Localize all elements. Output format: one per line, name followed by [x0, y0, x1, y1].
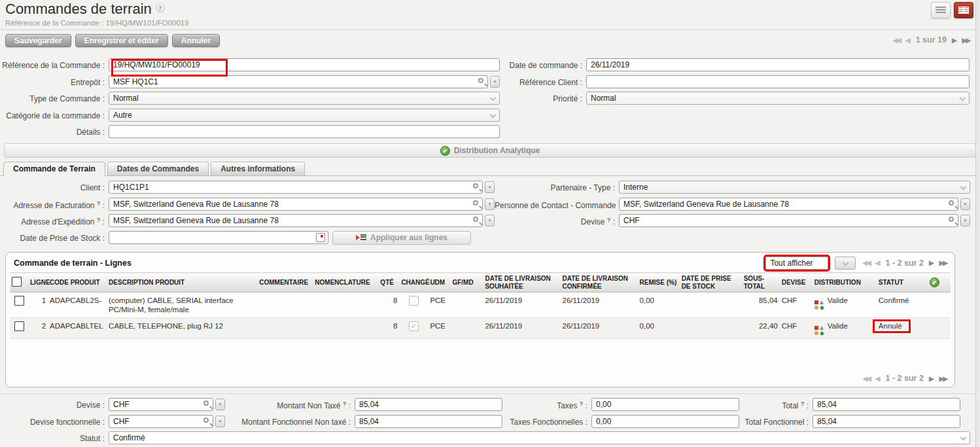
total-input[interactable]: [813, 398, 960, 411]
apply-to-lines-label: Appliquer aux lignes: [370, 233, 447, 242]
tab-order-dates[interactable]: Dates de Commandes: [107, 162, 209, 175]
search-icon[interactable]: [203, 401, 209, 406]
valid-check-icon: ✔: [930, 277, 939, 287]
func-currency-label: Devise fonctionnelle :: [0, 415, 109, 427]
stock-date-field: [109, 231, 328, 244]
analytic-distribution-button[interactable]: ✔ Distribution Analytique: [4, 143, 976, 158]
warehouse-input[interactable]: [109, 75, 488, 88]
search-icon[interactable]: [473, 183, 478, 188]
func-currency-dropdown-button[interactable]: ▼: [215, 416, 225, 427]
func-untaxed-input[interactable]: [355, 415, 502, 428]
cell-currency: CHF: [780, 317, 813, 338]
status-annotation-box: Annulé: [875, 321, 909, 331]
warehouse-dropdown-button[interactable]: ▼: [490, 76, 500, 88]
pager-next-icon[interactable]: ▶: [929, 375, 934, 382]
pager-next-icon[interactable]: ▶: [952, 37, 957, 44]
partner-type-select[interactable]: Interne: [619, 181, 970, 194]
untaxed-input[interactable]: [355, 398, 502, 411]
save-edit-button[interactable]: Enregistrer et éditer: [75, 34, 168, 47]
func-currency-input[interactable]: [109, 415, 213, 428]
calendar-icon[interactable]: [316, 233, 325, 242]
lines-pager-top: ◀◀ ◀ 1 - 2 sur 2 ▶ ▶▶: [862, 259, 947, 268]
invoice-address-input[interactable]: [109, 198, 483, 211]
pager-last-icon[interactable]: ▶▶: [939, 375, 947, 382]
pager-prev-icon[interactable]: ◀: [875, 375, 881, 382]
order-date-input[interactable]: [586, 58, 970, 71]
row-checkbox[interactable]: [14, 321, 24, 331]
pager-prev-icon[interactable]: ◀: [905, 37, 911, 44]
cell-comment: [257, 293, 313, 318]
pager-first-icon[interactable]: ◀◀: [862, 375, 869, 382]
details-input[interactable]: [109, 125, 500, 138]
taxes-input[interactable]: [591, 398, 739, 411]
col-date-confirmed: DATE DE LIVRAISON CONFIRMÉE: [561, 273, 638, 293]
search-icon[interactable]: [949, 217, 954, 222]
lines-filter-input[interactable]: [765, 257, 828, 270]
status-select[interactable]: Confirmé: [109, 431, 970, 444]
footer-currency-input[interactable]: [109, 398, 213, 411]
stock-date-input[interactable]: [109, 231, 328, 244]
col-status: STATUT: [877, 273, 928, 293]
lines-pager-bottom: ◀◀ ◀ 1 - 2 sur 2 ▶ ▶▶: [862, 374, 947, 383]
category-select[interactable]: Autre: [109, 109, 500, 122]
order-ref-label: Référence de la Commande :: [0, 58, 109, 70]
col-currency: DEVISE: [780, 273, 813, 293]
page-title: Commandes de terrain?: [5, 1, 165, 18]
currency-field: [619, 214, 958, 227]
select-all-checkbox[interactable]: [12, 277, 22, 287]
tab-other-info[interactable]: Autres informations: [211, 162, 305, 175]
func-total-input[interactable]: [813, 415, 960, 428]
page-title-text: Commandes de terrain: [5, 1, 152, 17]
lines-filter-dropdown-button[interactable]: [835, 257, 856, 270]
shipping-address-dropdown-button[interactable]: ▼: [485, 215, 495, 226]
pager-first-icon[interactable]: ◀◀: [862, 259, 869, 266]
contact-input[interactable]: [619, 198, 958, 211]
lines-header-row: LIGNE CODE PRODUIT DESCRIPTION PRODUIT C…: [10, 273, 951, 293]
cell-subtotal: 85,04: [742, 293, 780, 318]
tab-field-order[interactable]: Commande de Terrain: [3, 162, 105, 176]
search-icon[interactable]: [478, 78, 483, 83]
currency-input[interactable]: [619, 214, 958, 227]
client-dropdown-button[interactable]: ▼: [485, 181, 495, 193]
footer-currency-dropdown-button[interactable]: ▼: [215, 399, 225, 410]
pager-text: 1 sur 19: [916, 35, 947, 45]
shipping-address-field: [109, 214, 483, 227]
pager-last-icon[interactable]: ▶▶: [962, 37, 970, 44]
pager-last-icon[interactable]: ▶▶: [939, 259, 947, 266]
search-icon[interactable]: [949, 200, 954, 206]
notebook-tabs: Commande de Terrain Dates de Commandes A…: [0, 162, 980, 176]
cell-description: (computer) CABLE, SERIAL interface PC/Mi…: [107, 293, 257, 318]
apply-to-lines-button[interactable]: Appliquer aux lignes: [332, 231, 471, 245]
col-comment: COMMENTAIRE: [257, 273, 313, 293]
line-row-1[interactable]: 1 ADAPCABL2S- (computer) CABLE, SERIAL i…: [10, 293, 951, 318]
invoice-address-dropdown-button[interactable]: ▼: [485, 198, 495, 210]
pager-prev-icon[interactable]: ◀: [875, 259, 881, 266]
priority-select[interactable]: Normal: [586, 92, 970, 105]
cell-discount: 0,00: [638, 293, 680, 318]
contact-dropdown-button[interactable]: ▼: [960, 198, 970, 210]
client-input[interactable]: [109, 181, 483, 194]
col-uom: UDM: [428, 273, 450, 293]
line-row-2[interactable]: 2 ADAPCABLTEL CABLE, TELEPHONE, plug RJ …: [10, 317, 951, 338]
pager-first-icon[interactable]: ◀◀: [893, 37, 900, 44]
list-view-button[interactable]: [931, 2, 951, 18]
currency-dropdown-button[interactable]: ▼: [960, 215, 970, 226]
search-icon[interactable]: [473, 217, 478, 222]
order-ref-input[interactable]: [109, 58, 500, 71]
client-ref-input[interactable]: [586, 75, 970, 88]
cancel-button[interactable]: Annuler: [172, 34, 220, 47]
cell-qty: 8: [378, 293, 399, 318]
search-icon[interactable]: [203, 418, 209, 423]
save-button[interactable]: Sauvegarder: [5, 34, 71, 47]
func-taxes-input[interactable]: [591, 415, 739, 428]
row-checkbox[interactable]: [14, 296, 24, 306]
category-value: Autre: [113, 111, 132, 120]
field-order-form-page: Commandes de terrain? Référence de la Co…: [0, 0, 980, 447]
shipping-address-input[interactable]: [109, 214, 483, 227]
pager-next-icon[interactable]: ▶: [929, 259, 934, 266]
col-product-code: CODE PRODUIT: [48, 273, 107, 293]
record-pager: ◀◀ ◀ 1 sur 19 ▶ ▶▶: [893, 35, 970, 45]
search-icon[interactable]: [473, 200, 478, 206]
form-view-button[interactable]: [954, 2, 973, 18]
order-type-select[interactable]: Normal: [109, 92, 500, 105]
